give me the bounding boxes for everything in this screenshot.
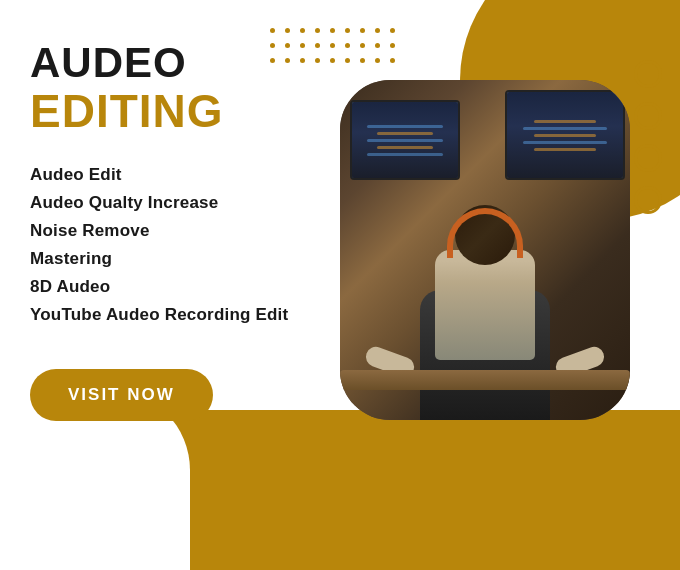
studio-background (340, 80, 630, 420)
studio-image-panel (340, 80, 630, 420)
main-container: AUDEO EDITING Audeo Edit Audeo Qualty In… (0, 0, 680, 570)
visit-now-button[interactable]: VISIT NOW (30, 369, 213, 421)
headphones (447, 208, 523, 258)
person-body (435, 250, 535, 360)
desk (340, 370, 630, 390)
monitor-left (350, 100, 460, 180)
monitor-right (505, 90, 625, 180)
